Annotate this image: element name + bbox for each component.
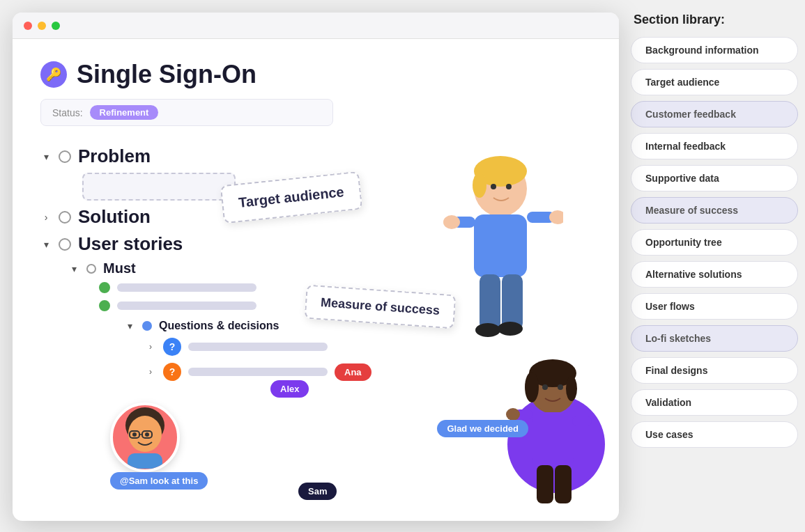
questions-node: [142, 321, 152, 331]
svg-point-30: [506, 408, 520, 421]
library-item-alternative-solutions[interactable]: Alternative solutions: [631, 261, 798, 288]
svg-rect-18: [480, 274, 500, 330]
library-item-lofi-sketches[interactable]: Lo-fi sketches: [631, 325, 798, 352]
svg-point-12: [506, 184, 512, 189]
questions-chevron[interactable]: ▾: [124, 320, 135, 331]
library-item-final-designs[interactable]: Final designs: [631, 357, 798, 384]
svg-point-21: [498, 322, 523, 336]
library-item-measure-success[interactable]: Measure of success: [631, 197, 798, 224]
svg-point-27: [558, 384, 563, 390]
svg-point-11: [491, 184, 496, 189]
svg-rect-33: [555, 465, 572, 503]
svg-point-10: [473, 173, 486, 198]
ana-badge: Ana: [335, 363, 371, 381]
library-item-internal-feedback[interactable]: Internal feedback: [631, 133, 798, 159]
browser-window: 🔑 Single Sign-On Status: Refinement ▾ Pr…: [13, 13, 619, 521]
svg-rect-31: [572, 416, 592, 426]
user-stories-title: User stories: [78, 233, 183, 255]
library-item-customer-feedback[interactable]: Customer feedback: [631, 101, 798, 127]
status-row: Status: Refinement: [40, 99, 333, 126]
page-title-row: 🔑 Single Sign-On: [40, 60, 591, 89]
library-title: Section library:: [631, 13, 798, 27]
q1-chevron[interactable]: ›: [145, 342, 156, 352]
must-chevron[interactable]: ▾: [68, 263, 79, 274]
problem-placeholder: [82, 173, 236, 201]
svg-point-26: [542, 384, 548, 390]
alex-badge: Alex: [270, 380, 309, 398]
page-header: 🔑 Single Sign-On Status: Refinement: [40, 60, 591, 126]
story-1-node: [99, 282, 110, 293]
story-1-bar: [117, 283, 256, 292]
svg-point-20: [475, 323, 500, 337]
svg-rect-7: [128, 453, 162, 469]
sam-at-badge: @Sam look at this: [110, 472, 208, 490]
svg-point-15: [443, 215, 460, 229]
q1-icon: ?: [163, 338, 181, 356]
problem-node: [59, 150, 71, 163]
svg-rect-32: [537, 465, 553, 503]
svg-rect-28: [532, 412, 574, 468]
library-item-opportunity-tree[interactable]: Opportunity tree: [631, 229, 798, 256]
problem-chevron[interactable]: ▾: [40, 151, 52, 162]
q2-bar: [188, 368, 328, 376]
library-item-target-audience[interactable]: Target audience: [631, 69, 798, 95]
problem-title: Problem: [78, 146, 151, 167]
browser-titlebar: [13, 13, 619, 39]
user-stories-chevron[interactable]: ▾: [40, 239, 52, 250]
glad-badge: Glad we decided: [437, 420, 528, 437]
page-icon: 🔑: [40, 61, 67, 88]
must-node: [86, 264, 96, 274]
svg-point-24: [525, 372, 539, 402]
status-label: Status:: [52, 107, 83, 118]
solution-title: Solution: [78, 206, 151, 228]
library-item-user-flows[interactable]: User flows: [631, 293, 798, 320]
q2-chevron[interactable]: ›: [145, 367, 156, 377]
must-title: Must: [103, 260, 136, 276]
sam-avatar: [110, 402, 180, 472]
library-item-use-cases[interactable]: Use cases: [631, 421, 798, 448]
solution-chevron[interactable]: ›: [40, 212, 52, 223]
user-stories-node: [59, 238, 71, 251]
story-2-bar: [117, 302, 256, 310]
traffic-light-green[interactable]: [52, 22, 60, 30]
solution-node: [59, 211, 71, 224]
library-item-background-info[interactable]: Background information: [631, 37, 798, 63]
svg-point-25: [566, 376, 577, 401]
status-badge[interactable]: Refinement: [90, 105, 159, 120]
traffic-light-yellow[interactable]: [38, 22, 46, 30]
svg-rect-19: [502, 274, 523, 330]
q1-bar: [188, 343, 328, 351]
svg-point-6: [145, 432, 149, 437]
sam-badge: Sam: [298, 483, 337, 500]
library-items-list: Background information Target audience C…: [631, 37, 798, 448]
traffic-light-red[interactable]: [24, 22, 32, 30]
svg-rect-13: [474, 214, 527, 277]
svg-point-5: [132, 432, 137, 437]
page-title: Single Sign-On: [77, 60, 256, 89]
section-library: Section library: Background information …: [631, 13, 798, 448]
library-item-validation[interactable]: Validation: [631, 389, 798, 416]
story-2-node: [99, 300, 110, 311]
browser-content: 🔑 Single Sign-On Status: Refinement ▾ Pr…: [13, 39, 619, 521]
sam-avatar-illustration: [117, 406, 173, 469]
q2-icon: ?: [163, 363, 181, 381]
library-item-supportive-data[interactable]: Supportive data: [631, 165, 798, 191]
questions-title: Questions & decisions: [159, 320, 279, 332]
